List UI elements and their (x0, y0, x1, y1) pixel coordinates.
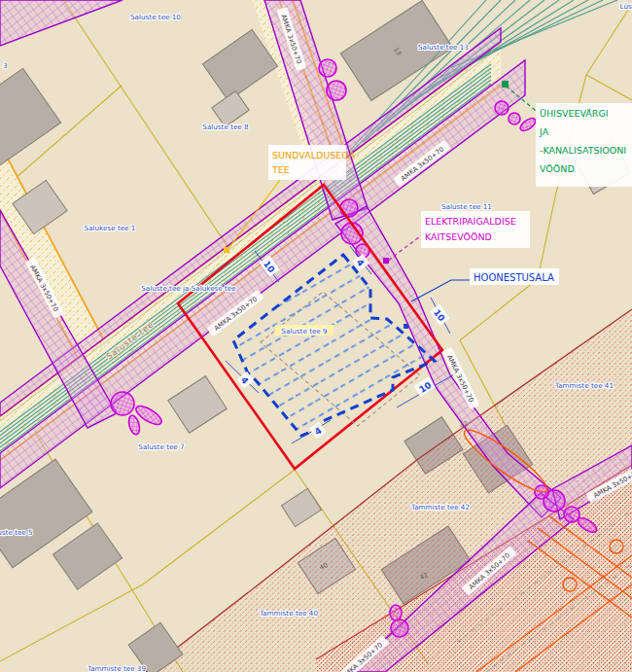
map-viewport: 13 (0, 0, 632, 672)
callout-elektripaigaldise-kaitsevoond: ELEKTRIPAIGALDISE KAITSEVÖÖND (421, 211, 530, 248)
callout-text: ÜHISVEEVÄRGI (540, 108, 609, 119)
callout-text: ELEKTRIPAIGALDISE (425, 216, 516, 227)
callout-text: KAITSEVÖÖND (425, 231, 492, 242)
address-label: Tammiste tee 42 (410, 503, 470, 512)
callout-text: HOONESTUSALA (474, 272, 554, 283)
address-label: Saluste tee 8 (202, 123, 249, 131)
address-label: Saluste tee 13 (418, 43, 469, 52)
address-label: Saluste tee 10 (130, 13, 181, 21)
address-label: Saluste tee 7 (138, 442, 184, 451)
water-marker-dot (502, 81, 509, 88)
callout-hoonestusala: HOONESTUSALA (470, 268, 559, 285)
connection-point-dot (404, 324, 408, 329)
junction-name-label: Saluste tee ja Salukese tee (141, 284, 236, 293)
callout-uhisveevargi-voond: ÜHISVEEVÄRGI JA -KANALISATSIOONI VÖÖND (536, 103, 632, 187)
address-label: Saluste tee 5 (0, 528, 33, 537)
callout-text: VÖÖND (540, 163, 575, 174)
electrical-marker-dot (383, 258, 389, 264)
callout-text: TEE (271, 164, 290, 175)
address-label: Salukese tee 1 (85, 224, 136, 232)
callout-text: -KANALISATSIOONI (540, 145, 626, 156)
address-label: Saluste tee 11 (441, 202, 492, 211)
sundvalduse-marker (224, 247, 229, 253)
address-label: 3 (3, 61, 8, 70)
callout-text: SUNDVALDUSEGA (272, 150, 356, 160)
address-label: Lüsti (620, 2, 632, 11)
detail-plan-map: 13 (0, 0, 632, 672)
callout-text: JA (539, 126, 549, 137)
address-label: Tammiste tee 40 (259, 609, 318, 618)
address-label-plot: Saluste tee 9 (281, 327, 328, 336)
address-label: Tammiste tee 41 (554, 381, 614, 390)
address-label: Tammiste tee 39 (87, 664, 146, 672)
callout-sundvaldusega-tee: SUNDVALDUSEGA TEE (268, 145, 356, 180)
